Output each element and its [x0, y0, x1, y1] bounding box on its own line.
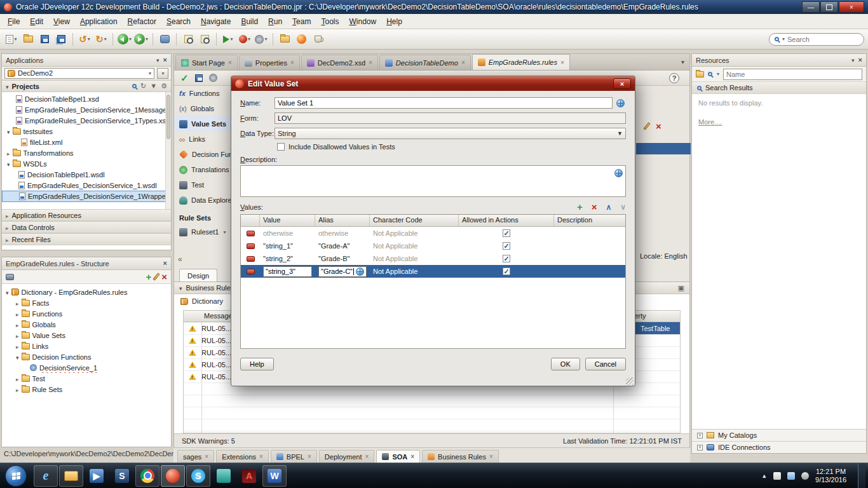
allowed-checkbox[interactable] [503, 229, 510, 237]
accordion-data-explorer[interactable]: Data Explorer [174, 193, 231, 208]
debug-button[interactable]: ▾ [237, 32, 252, 47]
action-center-icon[interactable] [773, 472, 781, 480]
expand-icon[interactable] [16, 353, 19, 361]
tree-item-selected[interactable]: EmpGradeRules_DecisionService_1Wrapper.w… [2, 191, 171, 202]
globe-icon[interactable] [356, 268, 364, 276]
menu-window[interactable]: Window [344, 15, 381, 28]
tree-item[interactable]: Functions [2, 308, 171, 319]
include-disallowed-checkbox[interactable] [277, 143, 285, 151]
tab-decdemo2-xsd[interactable]: DecDemo2.xsd× [301, 55, 378, 70]
edit-pencil-icon[interactable] [153, 273, 160, 281]
resources-close-icon[interactable] [858, 57, 862, 64]
menu-run[interactable]: Run [263, 15, 287, 28]
description-translate-button[interactable] [613, 167, 624, 179]
tab-decisiontabledemo[interactable]: DecisionTableDemo× [379, 55, 471, 70]
forward-button[interactable]: ▾ [133, 32, 149, 47]
start-button[interactable] [5, 465, 27, 487]
value-cell-editor[interactable]: "string_3" [263, 266, 312, 277]
run-button[interactable]: ▾ [220, 32, 236, 47]
taskbar-chrome[interactable] [135, 465, 159, 487]
back-button[interactable]: ▾ [117, 32, 132, 47]
tree-item[interactable]: EmpGradeRules_DecisionService_1MessageTy… [2, 104, 171, 115]
help-icon[interactable]: ? [669, 73, 679, 83]
value-row[interactable]: "string_1" "Grade-A" Not Applicable [241, 240, 625, 252]
expand-icon[interactable] [6, 224, 9, 231]
tray-expand-icon[interactable]: ▲ [761, 473, 767, 479]
taskbar-clock[interactable]: 12:21 PM 9/13/2016 [815, 468, 846, 484]
alias-cell-editor[interactable]: "Grade-C" [318, 266, 367, 277]
tree-item[interactable]: Test [2, 373, 171, 384]
freeze-view-icon[interactable] [6, 274, 14, 280]
menu-tools[interactable]: Tools [316, 15, 344, 28]
application-menu-button[interactable]: ▾ [157, 68, 168, 79]
projects-filter-icon[interactable]: ▼ [150, 83, 157, 90]
ide-connections-section[interactable]: + IDE Connections [692, 441, 866, 453]
browser-button[interactable] [294, 32, 309, 47]
tree-item[interactable]: Decision Functions [2, 351, 171, 362]
expand-icon[interactable] [16, 321, 19, 329]
save-dictionary-icon[interactable] [195, 74, 203, 82]
charcode-column-header[interactable]: Character Code [370, 215, 459, 226]
tree-item[interactable]: EmpGradeRules_DecisionService_1.wsdl [2, 180, 171, 191]
allowed-checkbox[interactable] [503, 255, 510, 262]
tree-item[interactable]: fileList.xml [2, 137, 171, 147]
redo-button[interactable]: ↻▾ [93, 32, 109, 47]
dialog-titlebar[interactable]: Edit Value Set × [231, 76, 635, 91]
tab-close-icon[interactable]: × [461, 59, 465, 66]
expand-icon[interactable] [6, 236, 9, 243]
alias-column-header[interactable]: Alias [315, 215, 370, 226]
move-up-icon[interactable] [606, 203, 611, 212]
search-scope-chevron-icon[interactable]: ▾ [782, 36, 785, 42]
taskbar-internet-explorer[interactable]: e [34, 465, 58, 487]
minimize-button[interactable]: — [802, 1, 820, 13]
expand-icon[interactable] [16, 342, 19, 350]
dictionary-settings-icon[interactable] [209, 74, 217, 82]
tab-close-icon[interactable]: × [410, 453, 414, 460]
taskbar-skype[interactable]: S [186, 465, 210, 487]
dialog-close-button[interactable]: × [613, 78, 631, 89]
volume-icon[interactable] [801, 472, 809, 480]
expand-icon[interactable] [6, 288, 9, 296]
menu-edit[interactable]: Edit [25, 15, 48, 28]
tree-item[interactable]: DecisionTableBpel1.xsd [2, 93, 171, 104]
tab-close-icon[interactable]: × [259, 453, 263, 460]
new-catalog-icon[interactable] [696, 71, 704, 78]
expand-plus-icon[interactable]: + [697, 433, 703, 438]
menu-help[interactable]: Help [381, 15, 407, 28]
menu-navigate[interactable]: Navigate [196, 15, 236, 28]
accordion-links[interactable]: ∞Links [174, 132, 231, 147]
new-button[interactable]: ▾ [4, 32, 19, 47]
resources-name-input[interactable] [726, 71, 859, 78]
expand-icon[interactable] [16, 375, 19, 383]
accordion-test[interactable]: Test [174, 177, 231, 193]
tree-item[interactable]: EmpGradeRules_DecisionService_1Types.xsd [2, 115, 171, 126]
projects-refresh-icon[interactable]: ↻ [140, 83, 146, 90]
application-resources-section[interactable]: Application Resources [2, 209, 171, 221]
tree-item[interactable]: DecisionService_1 [2, 362, 171, 373]
expand-icon[interactable] [16, 332, 19, 339]
tab-soa[interactable]: SOA× [376, 450, 420, 463]
tab-list-chevron-icon[interactable]: ▾ [681, 58, 684, 65]
my-catalogs-section[interactable]: + My Catalogs [692, 429, 866, 441]
value-sets-selected-row-fragment[interactable] [636, 143, 691, 154]
accordion-value-sets[interactable]: Value Sets [174, 116, 231, 132]
expand-icon[interactable] [16, 299, 19, 307]
expand-icon[interactable] [16, 310, 19, 318]
add-value-icon[interactable] [577, 202, 583, 212]
search-class-button[interactable] [197, 32, 212, 47]
deploy-button[interactable] [277, 32, 292, 47]
menu-refactor[interactable]: Refactor [123, 15, 161, 28]
value-row-selected[interactable]: "string_3" "Grade-C" Not Applicable [241, 265, 625, 278]
tab-close-icon[interactable]: × [560, 59, 564, 66]
delete-value-set-icon[interactable] [656, 121, 661, 131]
value-row[interactable]: "string_2" "Grade-B" Not Applicable [241, 252, 625, 265]
show-desktop-button[interactable] [858, 463, 865, 488]
menu-team[interactable]: Team [287, 15, 316, 28]
tree-item[interactable]: DecisionTableBpel1.wsdl [2, 169, 171, 180]
compare-button[interactable] [157, 32, 172, 47]
panel-menu-icon[interactable] [851, 57, 855, 64]
taskbar-adobe-reader[interactable]: A [237, 465, 261, 487]
resources-name-filter[interactable] [723, 69, 862, 80]
help-button[interactable]: Help [240, 358, 274, 370]
expand-icon[interactable] [16, 386, 19, 393]
